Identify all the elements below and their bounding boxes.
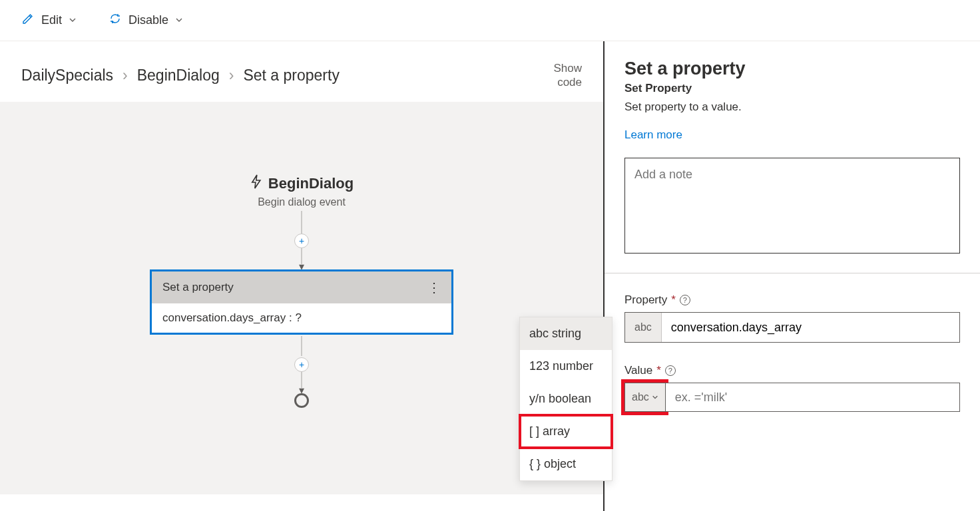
chevron-right-icon: › xyxy=(229,67,234,85)
more-icon[interactable]: ⋮ xyxy=(427,279,441,295)
help-icon[interactable]: ? xyxy=(680,295,690,305)
breadcrumb-item-current: Set a property xyxy=(243,67,339,85)
edit-button[interactable]: Edit xyxy=(21,12,77,29)
begin-dialog-node[interactable]: BeginDialog Begin dialog event xyxy=(250,174,354,208)
begin-dialog-title: BeginDialog xyxy=(268,175,354,192)
value-type-picker[interactable]: abc xyxy=(624,383,665,412)
toolbar: Edit Disable xyxy=(0,0,980,41)
type-option-object[interactable]: { } object xyxy=(520,448,612,480)
breadcrumb-item[interactable]: DailySpecials xyxy=(21,67,113,85)
flow-canvas[interactable]: BeginDialog Begin dialog event + ▾ Set a… xyxy=(0,102,603,494)
value-input[interactable] xyxy=(665,383,960,412)
learn-more-link[interactable]: Learn more xyxy=(624,128,682,142)
type-option-array[interactable]: [ ] array xyxy=(520,415,612,448)
type-option-number[interactable]: 123 number xyxy=(520,350,612,383)
show-code-button[interactable]: Show code xyxy=(553,61,582,90)
breadcrumb-item[interactable]: BeginDialog xyxy=(137,67,220,85)
note-textarea[interactable] xyxy=(624,158,960,254)
breadcrumb: DailySpecials › BeginDialog › Set a prop… xyxy=(21,67,340,85)
disable-button[interactable]: Disable xyxy=(109,12,183,29)
value-field-label: Value * ? xyxy=(624,364,960,377)
design-canvas-pane: DailySpecials › BeginDialog › Set a prop… xyxy=(0,41,605,511)
properties-panel: Set a property Set Property Set property… xyxy=(605,41,980,511)
add-action-button[interactable]: + xyxy=(294,234,309,248)
type-option-boolean[interactable]: y/n boolean xyxy=(520,383,612,415)
refresh-icon xyxy=(109,12,122,29)
type-option-string[interactable]: abc string xyxy=(520,317,612,350)
chevron-right-icon: › xyxy=(122,67,128,85)
edit-label: Edit xyxy=(41,13,62,27)
required-indicator: * xyxy=(656,364,661,377)
help-icon[interactable]: ? xyxy=(665,365,676,376)
chevron-down-icon xyxy=(69,13,77,27)
flow-end-node xyxy=(294,393,309,408)
pencil-icon xyxy=(21,12,35,29)
panel-description: Set property to a value. xyxy=(624,100,960,114)
node-title: Set a property xyxy=(162,281,234,294)
panel-title: Set a property xyxy=(624,59,960,79)
property-input[interactable] xyxy=(662,313,959,342)
chevron-down-icon xyxy=(652,391,658,403)
property-type-prefix[interactable]: abc xyxy=(625,313,662,342)
add-action-button[interactable]: + xyxy=(294,357,309,372)
flow-connector xyxy=(302,336,302,356)
panel-subtitle: Set Property xyxy=(624,82,960,95)
begin-dialog-subtitle: Begin dialog event xyxy=(250,196,354,208)
property-field-label: Property * ? xyxy=(624,293,960,307)
divider xyxy=(605,273,980,273)
required-indicator: * xyxy=(671,293,676,307)
type-picker-menu: abc string 123 number y/n boolean [ ] ar… xyxy=(519,317,612,481)
chevron-down-icon xyxy=(175,13,183,27)
disable-label: Disable xyxy=(128,13,168,27)
lightning-icon xyxy=(250,174,263,194)
set-property-node[interactable]: Set a property ⋮ conversation.days_array… xyxy=(150,269,453,335)
flow-connector xyxy=(302,211,302,234)
node-body: conversation.days_array : ? xyxy=(152,303,451,333)
